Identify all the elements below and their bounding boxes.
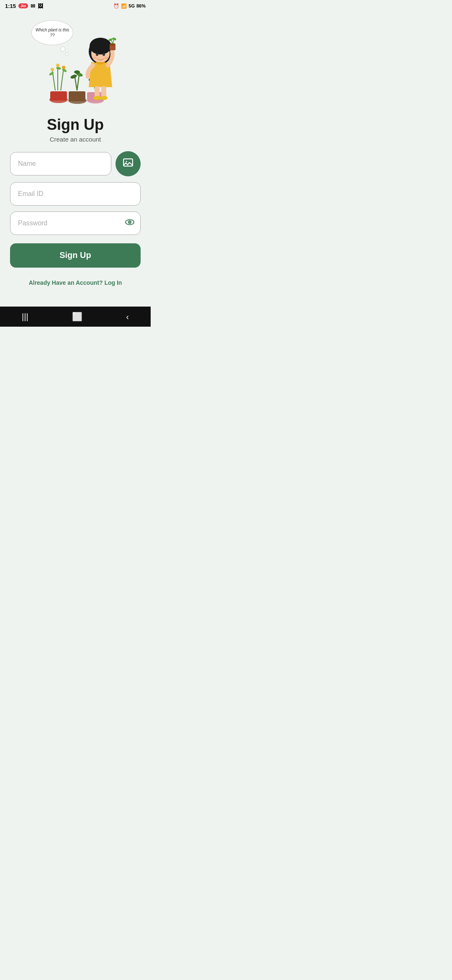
svg-point-37	[112, 37, 116, 41]
illustration-container: Which plant is this ??	[29, 16, 121, 112]
time: 1:15	[5, 3, 16, 9]
email-row	[10, 182, 141, 206]
signup-button[interactable]: Sign Up	[10, 243, 141, 268]
password-input[interactable]	[10, 211, 141, 235]
svg-rect-42	[123, 159, 133, 166]
svg-point-13	[56, 64, 59, 67]
svg-point-40	[93, 96, 101, 100]
battery-level: 86%	[136, 3, 146, 8]
login-link[interactable]: Already Have an Account? Log In	[10, 279, 141, 286]
svg-point-17	[70, 74, 77, 80]
svg-point-27	[90, 38, 111, 54]
svg-point-19	[74, 70, 80, 74]
name-row	[10, 151, 141, 176]
svg-point-30	[92, 57, 97, 59]
toggle-password-button[interactable]	[125, 217, 135, 229]
character-illustration	[46, 28, 121, 112]
photo-icon	[123, 157, 134, 170]
page-title: Sign Up	[47, 116, 104, 133]
email-input[interactable]	[10, 182, 141, 206]
eye-icon	[125, 219, 135, 229]
home-icon[interactable]: ⬜	[72, 312, 82, 322]
status-right: ⏰ 📶 5G 86%	[113, 3, 146, 9]
wifi-icon: 📶	[121, 3, 127, 9]
back-icon[interactable]: ‹	[126, 312, 129, 322]
alarm-icon: ⏰	[113, 3, 119, 9]
nav-bar: ||| ⬜ ‹	[0, 307, 151, 327]
svg-point-31	[104, 57, 108, 59]
main-content: Which plant is this ??	[0, 12, 151, 294]
gallery-icon: 🖼	[38, 3, 43, 9]
title-section: Sign Up Create an account	[47, 116, 104, 143]
svg-point-28	[96, 53, 98, 56]
status-left: 1:15 Jio ✉ 🖼	[5, 3, 43, 9]
gmail-icon: ✉	[31, 3, 35, 9]
svg-point-41	[100, 96, 108, 100]
password-row	[10, 211, 141, 235]
signup-form: Sign Up Already Have an Account? Log In	[10, 151, 141, 286]
svg-point-29	[103, 53, 105, 56]
signal-strength: 5G	[128, 3, 135, 8]
status-bar: 1:15 Jio ✉ 🖼 ⏰ 📶 5G 86%	[0, 0, 151, 12]
svg-point-14	[62, 66, 65, 69]
name-input[interactable]	[10, 152, 111, 175]
carrier-badge: Jio	[18, 3, 28, 8]
page-subtitle: Create an account	[47, 136, 104, 143]
svg-point-10	[56, 67, 62, 70]
recents-icon[interactable]: |||	[22, 312, 28, 322]
svg-point-43	[126, 161, 127, 162]
upload-photo-button[interactable]	[116, 151, 141, 176]
svg-line-8	[61, 68, 64, 90]
svg-rect-3	[69, 91, 85, 101]
svg-point-12	[51, 68, 54, 71]
svg-rect-1	[50, 91, 67, 101]
svg-point-46	[129, 222, 131, 223]
